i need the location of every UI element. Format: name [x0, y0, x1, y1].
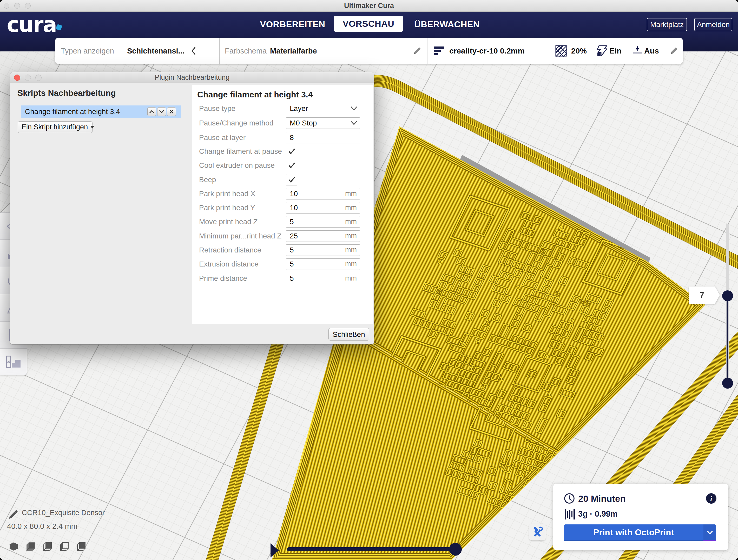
collapse-chevron-icon[interactable]: [191, 38, 197, 64]
filament-icon: [565, 509, 575, 520]
setting-row: Park print head Y10mm: [192, 202, 373, 213]
adhesion-value: Aus: [644, 38, 659, 64]
setting-value: 5: [290, 216, 294, 227]
setting-row: Beep: [192, 174, 373, 185]
scripts-heading: Skripts Nachbearbeitung: [17, 88, 116, 98]
setting-value: Layer: [290, 103, 308, 114]
sign-in-button[interactable]: Anmelden: [694, 18, 732, 31]
object-list-icon: [5, 355, 22, 369]
camera-view-buttons: [9, 542, 86, 551]
script-list-item-selected[interactable]: Change filament at height 3.4: [21, 105, 181, 118]
marketplace-button[interactable]: Marktplatz: [647, 18, 687, 31]
info-icon[interactable]: i: [706, 493, 717, 504]
setting-row: Park print head X10mm: [192, 188, 373, 199]
post-processing-dialog: Plugin Nachbearbeitung Skripts Nachbearb…: [10, 72, 374, 345]
print-time-estimate: 20 Minuten: [578, 494, 626, 504]
setting-input[interactable]: 25mm: [286, 230, 360, 242]
material-usage-estimate: 3g · 0.99m: [578, 509, 618, 519]
object-list-toggle[interactable]: [0, 348, 27, 375]
setting-label: Pause type: [199, 103, 236, 114]
printer-profile-value[interactable]: creality-cr-10 0.2mm: [449, 38, 525, 64]
move-script-down-button[interactable]: [157, 107, 166, 116]
dropdown-arrow-icon: [90, 126, 94, 128]
window-title: Ultimaker Cura: [0, 0, 738, 12]
setting-checkbox[interactable]: [286, 146, 297, 157]
setting-input[interactable]: 5mm: [286, 216, 360, 227]
dialog-titlebar[interactable]: Plugin Nachbearbeitung: [10, 72, 374, 83]
setting-row: Minimum par...rint head Z25mm: [192, 230, 373, 242]
setting-value: M0 Stop: [290, 118, 317, 128]
checkmark-icon: [288, 162, 296, 169]
model-dimensions: 40.0 x 80.0 x 2.4 mm: [7, 522, 77, 531]
setting-select[interactable]: M0 Stop: [286, 117, 360, 129]
print-button[interactable]: Print with OctoPrint: [564, 524, 716, 541]
current-layer-number: 7: [689, 287, 715, 304]
setting-input[interactable]: 5mm: [286, 273, 360, 284]
remove-script-button[interactable]: [167, 107, 176, 116]
caret-down-icon: [159, 110, 164, 113]
macos-titlebar: Ultimaker Cura: [0, 0, 738, 12]
edit-printsettings-pencil-icon[interactable]: [669, 38, 679, 64]
setting-row: Change filament at pause: [192, 146, 373, 157]
setting-checkbox[interactable]: [286, 174, 297, 185]
play-button[interactable]: [271, 543, 279, 557]
setting-select[interactable]: Layer: [286, 103, 360, 114]
layer-slider-lower-handle[interactable]: [722, 378, 733, 389]
setting-unit: mm: [345, 202, 357, 213]
print-summary-card: 20 Minuten i 3g · 0.99m Print with OctoP…: [553, 484, 728, 550]
setting-label: Extrusion distance: [199, 258, 259, 270]
setting-row: Extrusion distance5mm: [192, 258, 373, 270]
color-scheme-dropdown[interactable]: Materialfarbe: [270, 38, 317, 64]
setting-label: Park print head Y: [199, 202, 255, 213]
layers-icon: [434, 38, 445, 64]
tab-vorschau[interactable]: VORSCHAU: [334, 16, 403, 32]
edit-colorscheme-pencil-icon[interactable]: [412, 38, 422, 64]
setting-value: 8: [290, 132, 294, 143]
print-settings-toggle-button[interactable]: [529, 524, 546, 540]
color-scheme-label: Farbschema: [225, 38, 267, 64]
tab-vorbereiten[interactable]: VORBEREITEN: [259, 12, 326, 37]
view-type-dropdown[interactable]: Schichtenansi...: [127, 38, 184, 64]
view-right-button[interactable]: [77, 542, 86, 551]
rename-model-pencil-icon[interactable]: [7, 510, 18, 522]
setting-label: Change filament at pause: [199, 146, 282, 157]
dialog-close-action-button[interactable]: Schließen: [328, 328, 369, 341]
chevron-down-icon: [351, 121, 357, 125]
view-type-label: Typen anzeigen: [61, 38, 114, 64]
view-front-button[interactable]: [26, 542, 35, 551]
setting-label: Minimum par...rint head Z: [199, 230, 282, 242]
chevron-down-icon: [351, 106, 357, 111]
print-options-chevron-button[interactable]: [703, 524, 716, 540]
model-name: CCR10_Exquisite Densor: [22, 509, 105, 517]
view-top-button[interactable]: [43, 542, 52, 551]
script-settings-heading: Change filament at height 3.4: [197, 90, 313, 99]
setting-value: 25: [290, 231, 298, 241]
setting-label: Pause at layer: [199, 132, 246, 143]
adhesion-icon: [632, 38, 643, 64]
view-3d-button[interactable]: [9, 542, 18, 551]
tab-ueberwachen[interactable]: ÜBERWACHEN: [413, 12, 481, 37]
setting-row: Prime distance5mm: [192, 273, 373, 284]
add-script-button[interactable]: Ein Skript hinzufügen: [18, 121, 92, 133]
setting-input[interactable]: 8: [286, 132, 360, 143]
current-layer-flag: 7: [689, 287, 720, 304]
setting-row: Pause at layer8: [192, 132, 373, 143]
infill-icon: [555, 38, 567, 64]
setting-input[interactable]: 10mm: [286, 188, 360, 199]
playback-track[interactable]: [287, 547, 456, 551]
setting-checkbox[interactable]: [286, 160, 297, 171]
setting-value: 5: [290, 273, 294, 284]
setting-label: Pause/Change method: [199, 117, 273, 129]
setting-input[interactable]: 5mm: [286, 244, 360, 256]
cura-window: Ultimaker Cura cura VORBEREITEN VORSCHAU…: [0, 0, 738, 560]
move-script-up-button[interactable]: [147, 107, 156, 116]
setting-row: Retraction distance5mm: [192, 244, 373, 256]
toolbar-divider: [427, 38, 427, 64]
setting-value: 5: [290, 245, 294, 255]
layer-slider-upper-handle[interactable]: [722, 291, 733, 301]
setting-input[interactable]: 10mm: [286, 202, 360, 213]
playback-handle[interactable]: [449, 543, 462, 556]
setting-label: Park print head X: [199, 188, 255, 199]
view-left-button[interactable]: [60, 542, 69, 551]
setting-input[interactable]: 5mm: [286, 258, 360, 270]
